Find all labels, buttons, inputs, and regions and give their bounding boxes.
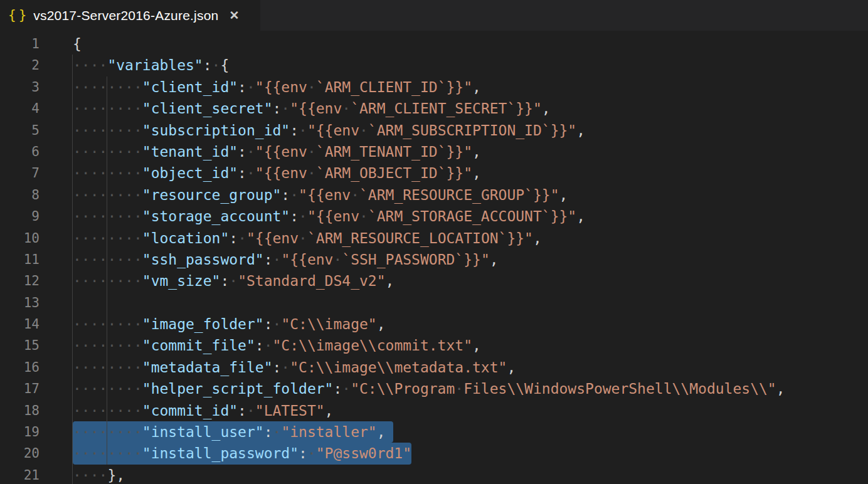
whitespace-dots: · [229,273,238,289]
whitespace-dots: · [342,100,351,117]
code-line[interactable]: 16········"metadata_file":·"C:\\image\\m… [0,357,868,378]
whitespace-dots: ········ [73,208,142,224]
code-line-text: ········"storage_account":·"{{env·`ARM_S… [73,206,585,227]
tab-vs2017-server2016-azure-json[interactable]: {} vs2017-Server2016-Azure.json ✕ [0,0,260,31]
code-line[interactable]: 12········"vm_size":·"Standard_DS4_v2", [0,270,868,292]
whitespace-dots: ········ [73,165,142,181]
line-number[interactable]: 8 [0,184,40,206]
code-line[interactable]: 6········"tenant_id":·"{{env·`ARM_TENANT… [0,141,868,162]
whitespace-dots: · [246,165,255,181]
whitespace-dots: ········ [73,100,142,117]
whitespace-dots: ···· [73,57,107,73]
line-number[interactable]: 11 [0,249,40,270]
line-number[interactable]: 12 [0,270,40,292]
whitespace-dots: ········ [73,122,142,139]
whitespace-dots: · [264,337,273,354]
line-number[interactable]: 17 [0,378,40,399]
indent-guide [72,55,73,484]
code-line[interactable]: 8········"resource_group":·"{{env·`ARM_R… [0,184,868,206]
line-number[interactable]: 2 [0,55,40,76]
tab-bar: {} vs2017-Server2016-Azure.json ✕ [0,0,868,31]
whitespace-dots: · [307,79,316,95]
code-line-text: ········"object_id":·"{{env·`ARM_OBJECT_… [73,162,481,184]
code-line-text: ····}, [73,465,125,484]
line-number[interactable]: 16 [0,357,40,378]
whitespace-dots: ········ [73,424,142,440]
code-line-text: ········"metadata_file":·"C:\\image\\met… [73,357,516,378]
code-line[interactable]: 4········"client_secret":·"{{env·`ARM_CL… [0,98,868,119]
code-line[interactable]: 7········"object_id":·"{{env·`ARM_OBJECT… [0,162,868,184]
line-number[interactable]: 14 [0,313,40,335]
whitespace-dots: · [455,381,463,397]
whitespace-dots: ········ [73,359,142,376]
code-line-text: ········"vm_size":·"Standard_DS4_v2", [73,270,394,292]
whitespace-dots: · [238,230,246,246]
code-line[interactable]: 5········"subscription_id":·"{{env·`ARM_… [0,120,868,141]
line-number[interactable]: 13 [0,292,40,313]
whitespace-dots: ········ [73,445,142,461]
whitespace-dots: ········ [73,79,142,95]
whitespace-dots: · [359,122,368,139]
code-line[interactable]: 18········"commit_id":·"LATEST", [0,400,868,421]
tab-label: vs2017-Server2016-Azure.json [33,8,218,23]
whitespace-dots: ········ [73,381,142,397]
code-line-text: ········"install_user":·"installer", [73,421,386,443]
code-line-text: ········"ssh_password":·"{{env·`SSH_PASS… [73,249,499,270]
whitespace-dots: · [246,79,255,95]
editor-window: {} vs2017-Server2016-Azure.json ✕ 1{2···… [0,0,868,484]
code-line[interactable]: 3········"client_id":·"{{env·`ARM_CLIENT… [0,76,868,98]
whitespace-dots: · [342,381,351,397]
code-line-text: ········"commit_file":·"C:\\image\\commi… [73,335,481,356]
code-line[interactable]: 9········"storage_account":·"{{env·`ARM_… [0,206,868,227]
line-number[interactable]: 19 [0,421,40,443]
whitespace-dots: · [299,230,307,246]
whitespace-dots: · [290,187,299,203]
code-line-text: ········"resource_group":·"{{env·`ARM_RE… [73,184,568,206]
code-line[interactable]: 17········"helper_script_folder":·"C:\\P… [0,378,868,399]
code-line-text: { [73,33,82,55]
code-line-text: ········"image_folder":·"C:\\image", [73,313,386,335]
line-number[interactable]: 9 [0,206,40,227]
whitespace-dots: · [212,57,221,73]
whitespace-dots: ···· [73,467,107,483]
whitespace-dots: · [351,187,359,203]
code-line[interactable]: 15········"commit_file":·"C:\\image\\com… [0,335,868,356]
line-number[interactable]: 21 [0,465,40,484]
code-line[interactable]: 13 [0,292,868,313]
whitespace-dots: ········ [73,316,142,332]
whitespace-dots: · [281,359,290,376]
line-number[interactable]: 7 [0,162,40,184]
code-line-text: ········"commit_id":·"LATEST", [73,400,333,421]
code-line[interactable]: 14········"image_folder":·"C:\\image", [0,313,868,335]
line-number[interactable]: 4 [0,98,40,119]
code-line[interactable]: 21····}, [0,465,868,484]
whitespace-dots: · [307,144,316,160]
line-number[interactable]: 18 [0,400,40,421]
line-number[interactable]: 1 [0,33,40,55]
code-line-text: ········"helper_script_folder":·"C:\\Pro… [73,378,785,399]
code-line[interactable]: 10········"location":·"{{env·`ARM_RESOUR… [0,228,868,249]
whitespace-dots: ········ [73,230,142,246]
code-line-text: ········"location":·"{{env·`ARM_RESOURCE… [73,228,542,249]
line-number[interactable]: 15 [0,335,40,356]
whitespace-dots: · [307,445,316,461]
line-number[interactable]: 6 [0,141,40,162]
code-editor[interactable]: 1{2····"variables":·{3········"client_id… [0,31,868,484]
line-number[interactable]: 5 [0,120,40,141]
line-number[interactable]: 3 [0,76,40,98]
code-line[interactable]: 11········"ssh_password":·"{{env·`SSH_PA… [0,249,868,270]
whitespace-dots: ········ [73,144,142,160]
line-number[interactable]: 10 [0,228,40,249]
code-line[interactable]: 19········"install_user":·"installer", [0,421,868,443]
tab-close-icon[interactable]: ✕ [229,8,239,23]
code-line[interactable]: 20········"install_password":·"P@ssw0rd1… [0,443,868,464]
whitespace-dots: ········ [73,187,142,203]
code-line[interactable]: 2····"variables":·{ [0,55,868,76]
code-line-text: ····"variables":·{ [73,55,229,76]
whitespace-dots: · [281,100,290,117]
line-number[interactable]: 20 [0,443,40,464]
whitespace-dots: · [273,424,282,440]
whitespace-dots: · [299,208,307,224]
code-line-text: ········"client_secret":·"{{env·`ARM_CLI… [73,98,551,119]
code-line[interactable]: 1{ [0,33,868,55]
